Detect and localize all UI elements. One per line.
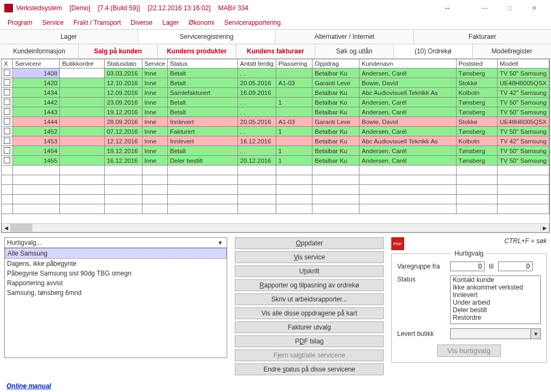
row-checkbox[interactable]	[4, 137, 10, 144]
cell	[60, 136, 105, 146]
cell	[60, 117, 105, 127]
table-row[interactable]: 144428.09.2016InneInnlevert20.05.2016A1-…	[2, 117, 549, 127]
menu-lager[interactable]: Lager	[158, 18, 183, 27]
menu-servicerapportering[interactable]: Servicerapportering	[220, 18, 285, 27]
quick-select-item[interactable]: Samsung, tønsberg 6mnd	[5, 288, 227, 298]
scroll-thumb[interactable]	[11, 224, 32, 232]
cell: . .	[237, 68, 276, 78]
quick-select-item[interactable]: Alle Samsung	[5, 248, 227, 259]
subtab-modellregister[interactable]: Modellregister	[473, 44, 551, 58]
col-header[interactable]: Servicenr	[13, 59, 60, 68]
menu--konomi[interactable]: Økonomi	[184, 18, 219, 27]
col-header[interactable]: Butikkordre	[60, 59, 105, 68]
status-option[interactable]: Kontakt kunde	[451, 276, 540, 284]
col-header[interactable]: Poststed	[456, 59, 497, 68]
action-button[interactable]: Utskrift	[235, 265, 384, 277]
scroll-track[interactable]	[11, 223, 540, 232]
quick-select-item[interactable]: Rapportering avvist	[5, 278, 227, 288]
subtab-kundens-produkter[interactable]: Kundens produkter	[158, 44, 236, 58]
table-row[interactable]: 145419.12.2016InneBetalt. .1Betalbar KuA…	[2, 146, 549, 156]
quick-select-item[interactable]: Dagens, ikke påbegynte	[5, 259, 227, 269]
row-checkbox[interactable]	[4, 108, 10, 115]
subtab-salg-p-kunden[interactable]: Salg på kunden	[79, 44, 158, 58]
quick-select-header[interactable]: Hurtigvalg... ▾	[4, 237, 227, 248]
varegruppe-fra-input[interactable]	[450, 262, 485, 271]
status-option[interactable]: Innlevert	[451, 291, 540, 299]
action-button[interactable]: Endre status på disse servicene	[235, 363, 384, 375]
table-row[interactable]: 144319.12.2016InneBetalt. .Betalbar KuAn…	[2, 107, 549, 117]
online-manual-link[interactable]: Online manual	[6, 382, 51, 390]
row-checkbox[interactable]	[4, 157, 10, 163]
col-header[interactable]: Service	[142, 59, 167, 68]
table-row[interactable]: 140803.03.2016InneBetalt. .Betalbar KuAn…	[2, 68, 549, 78]
table-row[interactable]: 145207.12.2016InneFakturert. .1Betalbar …	[2, 127, 549, 136]
subtab-kundens-fakturaer[interactable]: Kundens fakturaer	[236, 44, 315, 58]
cell: Inne	[142, 107, 167, 117]
menu-diverse[interactable]: Diverse	[126, 18, 157, 27]
pdf-icon[interactable]	[391, 237, 404, 250]
col-header[interactable]: Statusdato	[104, 59, 142, 68]
resize-arrows-icon[interactable]: ↔	[444, 4, 451, 12]
col-header[interactable]: Antatt ferdig	[237, 59, 276, 68]
quick-select-item[interactable]: Påbegynte Samsung sist 90dg TBG omegn	[5, 269, 227, 278]
action-button[interactable]: Oppdater	[235, 237, 384, 249]
tab-fakturaer[interactable]: Fakturaer	[414, 30, 552, 44]
menu-frakt-transport[interactable]: Frakt / Transport	[69, 18, 125, 27]
status-option[interactable]: Deler bestilt	[451, 306, 540, 314]
subtab-kundeinformasjon[interactable]: Kundeinformasjon	[0, 44, 79, 58]
varegruppe-til-input[interactable]	[498, 262, 533, 271]
table-row[interactable]: 145312.12.2016InneInnlevert16.12.2016Bet…	[2, 136, 549, 146]
row-checkbox[interactable]	[4, 89, 10, 95]
table-row[interactable]: 145516.12.2016InneDeler bestilt20.12.201…	[2, 156, 549, 166]
scroll-right-button[interactable]: ►	[540, 223, 549, 232]
action-button[interactable]: Vis service	[235, 251, 384, 263]
action-button[interactable]: Fakturer utvalg	[235, 321, 384, 333]
levert-butikk-input[interactable]	[450, 328, 531, 339]
col-header[interactable]: Status	[167, 59, 237, 68]
col-header[interactable]: Plassering	[276, 59, 312, 68]
status-option[interactable]: Ikke ankommet verksted	[451, 284, 540, 291]
action-button[interactable]: Rapporter og tilpasning av ordrekø	[235, 279, 384, 291]
window-maximize-button[interactable]: □	[497, 0, 522, 16]
tab-alternativer-internet[interactable]: Alternativer / Internet	[276, 30, 414, 44]
chevron-down-icon[interactable]: ▾	[531, 328, 541, 339]
menu-service[interactable]: Service	[38, 18, 68, 27]
subtab-s-k-og-utl-n[interactable]: Søk og utlån	[315, 44, 394, 58]
tab-lager[interactable]: Lager	[0, 30, 138, 44]
levert-butikk-combo[interactable]: ▾	[450, 328, 541, 339]
window-minimize-button[interactable]: —	[472, 0, 497, 16]
scroll-left-button[interactable]: ◄	[2, 223, 11, 232]
col-header[interactable]: Kundenavn	[359, 59, 456, 68]
row-checkbox[interactable]	[4, 128, 10, 134]
status-listbox[interactable]: Kontakt kundeIkke ankommet verkstedInnle…	[450, 276, 541, 324]
action-button[interactable]: Vis alle disse oppdragene på kart	[235, 307, 384, 319]
col-header[interactable]: Oppdrag	[312, 59, 359, 68]
chevron-down-icon[interactable]: ▾	[216, 239, 225, 246]
row-checkbox[interactable]	[4, 70, 10, 76]
row-checkbox[interactable]	[4, 118, 10, 125]
quick-select-list[interactable]: Alle SamsungDagens, ikke påbegyntePåbegy…	[4, 248, 227, 358]
cell: Innlevert	[167, 117, 237, 127]
row-checkbox[interactable]	[4, 99, 10, 105]
status-option[interactable]: Restordre	[451, 314, 540, 321]
table-row[interactable]: 144223.09.2016InneBetalt. .1Betalbar KoA…	[2, 98, 549, 107]
cell: . .	[237, 146, 276, 156]
col-header[interactable]: X	[2, 59, 13, 68]
action-button[interactable]: PDF bilag	[235, 335, 384, 347]
table-row[interactable]: 142012.10.2016InneBetalt20.05.2016A1-03G…	[2, 78, 549, 88]
horizontal-scrollbar[interactable]: ◄ ►	[2, 223, 549, 232]
status-option[interactable]: Under arbeid	[451, 299, 540, 306]
menu-program[interactable]: Program	[3, 18, 37, 27]
row-checkbox[interactable]	[4, 79, 10, 86]
row-checkbox[interactable]	[4, 147, 10, 154]
subtab--ordrek-[interactable]: (10) Ordrekø	[394, 44, 473, 58]
vis-hurtigvalg-button[interactable]: Vis hurtigvalg	[437, 345, 501, 357]
tab-serviceregistrering[interactable]: Serviceregistrering	[138, 30, 276, 44]
order-queue-grid[interactable]: XServicenrButikkordreStatusdatoServiceSt…	[1, 59, 550, 233]
col-header[interactable]: Modell	[498, 59, 549, 68]
window-close-button[interactable]: ✕	[522, 0, 547, 16]
cell	[60, 127, 105, 136]
table-row[interactable]: 143412.09.2016InneSamlefakturert16.09.20…	[2, 88, 549, 98]
action-button[interactable]: Skriv ut arbeidsrapporter...	[235, 293, 384, 305]
cell	[2, 136, 13, 146]
